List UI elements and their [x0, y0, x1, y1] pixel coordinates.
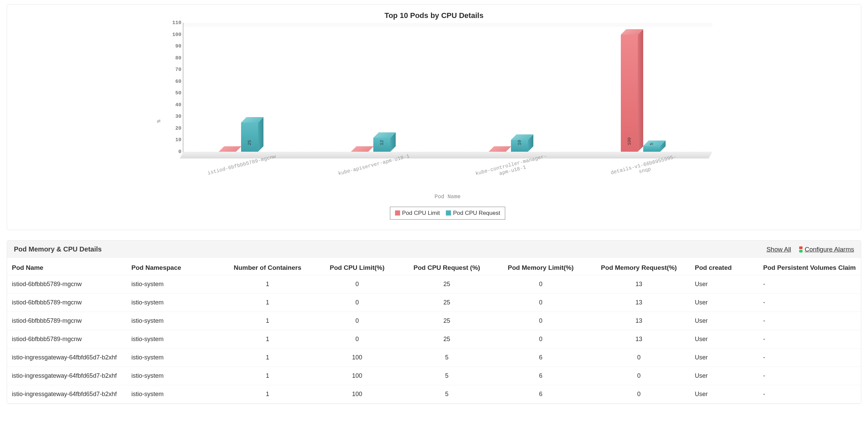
table-row[interactable]: istio-ingressgateway-64fbfd65d7-b2xhfist… — [7, 367, 861, 385]
cell-cpu-limit: 0 — [314, 312, 400, 330]
cell-cpu-limit: 0 — [314, 330, 400, 349]
y-tick: 100 — [172, 32, 181, 37]
col-mem-request[interactable]: Pod Memory Request(%) — [588, 258, 690, 275]
cell-cpu-request: 25 — [400, 294, 494, 312]
cell-pvc: - — [758, 294, 861, 312]
cell-pod-namespace: istio-system — [127, 275, 221, 294]
cell-mem-request: 13 — [588, 312, 690, 330]
col-num-containers[interactable]: Number of Containers — [220, 258, 314, 275]
cell-pod-name: istiod-6bfbbb5789-mgcnw — [7, 294, 127, 312]
y-tick: 10 — [175, 137, 181, 143]
legend-label: Pod CPU Limit — [402, 210, 440, 216]
y-tick: 110 — [172, 20, 181, 26]
chart-panel: Top 10 Pods by CPU Details % 01020304050… — [7, 4, 861, 230]
cell-num-containers: 1 — [220, 349, 314, 367]
col-cpu-limit[interactable]: Pod CPU Limit(%) — [314, 258, 400, 275]
cell-mem-limit: 6 — [494, 367, 588, 385]
y-tick: 70 — [175, 67, 181, 73]
alarm-icon — [798, 246, 803, 253]
bar-cpu-request[interactable]: 10 — [511, 140, 528, 152]
cell-cpu-limit: 0 — [314, 294, 400, 312]
table-row[interactable]: istiod-6bfbbb5789-mgcnwistio-system10250… — [7, 312, 861, 330]
bar-cpu-request[interactable]: 12 — [373, 138, 390, 152]
legend-label: Pod CPU Request — [453, 210, 500, 216]
cell-num-containers: 1 — [220, 294, 314, 312]
y-tick: 90 — [175, 43, 181, 49]
cell-pod-created: User — [690, 349, 758, 367]
cell-mem-request: 13 — [588, 330, 690, 349]
cell-pvc: - — [758, 385, 861, 404]
y-tick: 50 — [175, 90, 181, 96]
cell-pod-namespace: istio-system — [127, 312, 221, 330]
chart-title: Top 10 Pods by CPU Details — [14, 11, 854, 20]
x-axis-labels: istiod-6bfbbb5789-mgcnwkube-apiserver-ap… — [183, 158, 712, 192]
cell-cpu-request: 25 — [400, 312, 494, 330]
y-tick: 80 — [175, 55, 181, 61]
cell-cpu-request: 5 — [400, 385, 494, 404]
legend-item-limit[interactable]: Pod CPU Limit — [395, 210, 440, 217]
y-tick: 0 — [178, 149, 181, 155]
cell-mem-request: 0 — [588, 349, 690, 367]
show-all-link[interactable]: Show All — [766, 246, 791, 253]
bar-value-label: 25 — [247, 140, 252, 145]
bar-cpu-limit[interactable] — [219, 152, 236, 152]
table-row[interactable]: istio-ingressgateway-64fbfd65d7-b2xhfist… — [7, 385, 861, 404]
cell-mem-request: 0 — [588, 385, 690, 404]
cell-cpu-request: 25 — [400, 275, 494, 294]
col-pod-namespace[interactable]: Pod Namespace — [127, 258, 221, 275]
col-pod-created[interactable]: Pod created — [690, 258, 758, 275]
bar-cpu-limit[interactable] — [351, 152, 368, 152]
configure-alarms-link[interactable]: Configure Alarms — [805, 246, 854, 253]
cell-pod-name: istiod-6bfbbb5789-mgcnw — [7, 275, 127, 294]
cell-pod-created: User — [690, 367, 758, 385]
bar-cpu-limit[interactable]: 100 — [621, 35, 638, 152]
x-tick-label: details-v1-66b6955995- snqp — [610, 154, 678, 182]
bar-cpu-limit[interactable] — [489, 152, 506, 152]
col-pod-name[interactable]: Pod Name — [7, 258, 127, 275]
bar-value-label: 10 — [517, 140, 522, 145]
cell-num-containers: 1 — [220, 312, 314, 330]
cell-pvc: - — [758, 367, 861, 385]
cell-pvc: - — [758, 275, 861, 294]
square-icon — [395, 210, 400, 216]
cell-pod-created: User — [690, 275, 758, 294]
cell-pod-name: istio-ingressgateway-64fbfd65d7-b2xhf — [7, 349, 127, 367]
cell-num-containers: 1 — [220, 330, 314, 349]
cell-pod-name: istio-ingressgateway-64fbfd65d7-b2xhf — [7, 367, 127, 385]
bar-value-label: 12 — [379, 140, 384, 145]
bar-cpu-request[interactable]: 25 — [241, 123, 258, 152]
chart-legend: Pod CPU Limit Pod CPU Request — [390, 207, 505, 220]
bar-group: 12 — [337, 138, 405, 152]
cell-cpu-limit: 100 — [314, 385, 400, 404]
cell-pvc: - — [758, 349, 861, 367]
cell-pod-created: User — [690, 312, 758, 330]
cell-cpu-limit: 100 — [314, 367, 400, 385]
table-row[interactable]: istio-ingressgateway-64fbfd65d7-b2xhfist… — [7, 349, 861, 367]
table-row[interactable]: istiod-6bfbbb5789-mgcnwistio-system10250… — [7, 275, 861, 294]
table-row[interactable]: istiod-6bfbbb5789-mgcnwistio-system10250… — [7, 330, 861, 349]
col-mem-limit[interactable]: Pod Memory Limit(%) — [494, 258, 588, 275]
bar-value-label: 5 — [649, 143, 654, 145]
table-title: Pod Memory & CPU Details — [14, 245, 102, 253]
bar-cpu-request[interactable]: 5 — [643, 146, 660, 152]
y-tick: 20 — [175, 125, 181, 131]
cell-mem-limit: 0 — [494, 275, 588, 294]
cell-mem-limit: 0 — [494, 294, 588, 312]
cell-pod-created: User — [690, 294, 758, 312]
legend-item-request[interactable]: Pod CPU Request — [446, 210, 500, 217]
table-row[interactable]: istiod-6bfbbb5789-mgcnwistio-system10250… — [7, 294, 861, 312]
cell-pvc: - — [758, 312, 861, 330]
cell-pod-name: istiod-6bfbbb5789-mgcnw — [7, 312, 127, 330]
cell-num-containers: 1 — [220, 385, 314, 404]
cell-cpu-request: 5 — [400, 367, 494, 385]
cell-mem-limit: 0 — [494, 330, 588, 349]
cell-cpu-request: 5 — [400, 349, 494, 367]
y-tick: 30 — [175, 114, 181, 119]
bar-value-label: 100 — [627, 137, 632, 145]
cell-pod-namespace: istio-system — [127, 367, 221, 385]
col-cpu-request[interactable]: Pod CPU Request (%) — [400, 258, 494, 275]
cell-mem-limit: 0 — [494, 312, 588, 330]
pod-details-table: Pod Name Pod Namespace Number of Contain… — [7, 258, 861, 404]
cell-cpu-limit: 0 — [314, 275, 400, 294]
col-pvc[interactable]: Pod Persistent Volumes Claim — [758, 258, 861, 275]
